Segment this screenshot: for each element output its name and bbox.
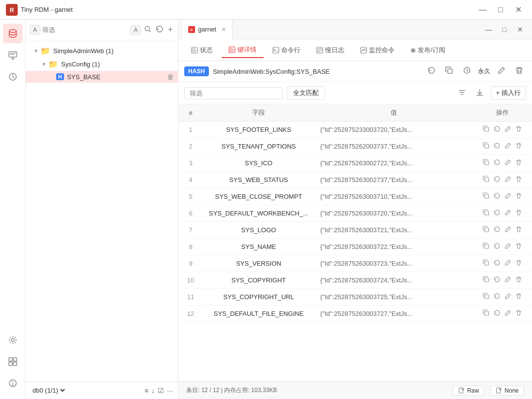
table-row: 7 SYS_LOGO {"Id":252875263003721,"ExtJs.… (178, 222, 532, 239)
edit-row-btn[interactable] (504, 309, 511, 318)
delete-row-btn[interactable] (515, 276, 522, 284)
tab-pubsub[interactable]: ◉ 发布/订阅 (403, 43, 452, 58)
tab-key-detail[interactable]: 键详情 (222, 42, 264, 58)
edit-row-btn[interactable] (504, 226, 511, 234)
close-button[interactable]: ✕ (510, 3, 526, 17)
copy-row-btn[interactable] (483, 192, 490, 201)
refresh-row-btn[interactable] (494, 192, 500, 201)
copy-row-btn[interactable] (483, 176, 490, 184)
tab-status[interactable]: 状态 (184, 43, 220, 58)
full-match-button[interactable]: 全文匹配 (287, 86, 325, 100)
none-button[interactable]: None (490, 386, 524, 396)
delete-row-btn[interactable] (515, 293, 522, 301)
refresh-icon[interactable] (155, 24, 165, 35)
minimize-button[interactable]: — (475, 3, 491, 17)
refresh-row-btn[interactable] (494, 209, 500, 217)
refresh-row-btn[interactable] (494, 176, 500, 184)
edit-row-btn[interactable] (504, 259, 511, 268)
edit-row-btn[interactable] (504, 192, 511, 201)
delete-row-btn[interactable] (515, 209, 522, 217)
delete-row-btn[interactable] (515, 259, 522, 268)
delete-row-btn[interactable] (515, 176, 522, 184)
refresh-row-btn[interactable] (494, 142, 500, 151)
tab-command[interactable]: 命令行 (266, 43, 307, 58)
refresh-row-btn[interactable] (494, 259, 500, 268)
tree-item-sys-base[interactable]: H SYS_BASE 🗑 (26, 71, 178, 83)
copy-row-btn[interactable] (483, 142, 490, 151)
minimize-window-btn[interactable]: — (481, 23, 497, 36)
delete-icon[interactable]: 🗑 (167, 73, 174, 81)
download-filter-icon[interactable] (473, 87, 487, 99)
edit-row-btn[interactable] (504, 142, 511, 151)
svg-point-5 (11, 338, 14, 341)
download-icon[interactable]: ↓ (151, 387, 155, 395)
delete-row-btn[interactable] (515, 226, 522, 234)
add-icon[interactable]: + (166, 24, 174, 36)
refresh-row-btn[interactable] (494, 243, 500, 251)
maximize-button[interactable]: □ (493, 3, 508, 17)
tab-garnet[interactable]: R garnet ✕ (182, 20, 233, 39)
refresh-row-btn[interactable] (494, 309, 500, 318)
copy-row-btn[interactable] (483, 209, 490, 217)
edit-ttl-btn[interactable] (495, 65, 508, 78)
copy-key-btn[interactable] (442, 65, 456, 78)
edit-row-btn[interactable] (504, 125, 511, 134)
db-selector[interactable]: db0 (1/1) (31, 386, 66, 395)
refresh-row-btn[interactable] (494, 125, 500, 134)
edit-row-btn[interactable] (504, 176, 511, 184)
copy-row-btn[interactable] (483, 125, 490, 134)
sidebar-icon-info[interactable] (3, 373, 23, 393)
delete-row-btn[interactable] (515, 142, 522, 151)
tab-slow-log[interactable]: 慢日志 (309, 43, 351, 58)
refresh-key-btn[interactable] (425, 65, 438, 78)
search-icon[interactable] (143, 24, 153, 35)
copy-row-btn[interactable] (483, 276, 490, 284)
copy-row-btn[interactable] (483, 243, 490, 251)
maximize-window-btn[interactable]: □ (497, 23, 512, 36)
edit-row-btn[interactable] (504, 293, 511, 301)
copy-row-btn[interactable] (483, 293, 490, 301)
copy-row-btn[interactable] (483, 226, 490, 234)
svg-rect-34 (459, 388, 463, 393)
cell-value: {"Id":252875263003723,"ExtJs... (314, 255, 473, 272)
sort-icon[interactable]: ≡ (144, 387, 148, 395)
insert-row-button[interactable]: + 插入行 (491, 86, 526, 100)
check-icon[interactable]: ☑ (158, 387, 164, 395)
sidebar-icon-history[interactable] (3, 67, 23, 87)
delete-row-btn[interactable] (515, 309, 522, 318)
edit-row-btn[interactable] (504, 243, 511, 251)
close-window-btn[interactable]: ✕ (512, 23, 528, 36)
sidebar-icon-grid[interactable] (3, 352, 23, 371)
sidebar-icon-settings[interactable] (3, 330, 23, 350)
edit-row-btn[interactable] (504, 276, 511, 284)
refresh-row-btn[interactable] (494, 276, 500, 284)
delete-row-btn[interactable] (515, 243, 522, 251)
refresh-row-btn[interactable] (494, 159, 500, 167)
delete-row-btn[interactable] (515, 159, 522, 167)
filter-input[interactable] (184, 87, 283, 99)
tree-item-sysconfig[interactable]: ▼ 📁 SysConfig (1) (26, 58, 178, 71)
status-right-actions: Raw None (453, 386, 524, 396)
search-input[interactable] (42, 26, 128, 33)
refresh-row-btn[interactable] (494, 226, 500, 234)
more-icon[interactable]: ··· (167, 387, 173, 395)
raw-button[interactable]: Raw (453, 386, 484, 396)
copy-row-btn[interactable] (483, 309, 490, 318)
edit-row-btn[interactable] (504, 159, 511, 167)
tab-slow-log-label: 慢日志 (325, 46, 344, 55)
clock-icon[interactable] (460, 65, 474, 78)
sort-filter-icon[interactable] (455, 87, 469, 99)
copy-row-btn[interactable] (483, 159, 490, 167)
sidebar-icon-database[interactable] (3, 24, 23, 43)
tab-monitor[interactable]: 监控命令 (353, 43, 401, 58)
delete-row-btn[interactable] (515, 192, 522, 201)
tree-item-simpleadminweb[interactable]: ▼ 📁 SimpleAdminWeb (1) (26, 44, 178, 58)
edit-row-btn[interactable] (504, 209, 511, 217)
delete-row-btn[interactable] (515, 125, 522, 134)
copy-row-btn[interactable] (483, 259, 490, 268)
refresh-row-btn[interactable] (494, 293, 500, 301)
delete-key-btn[interactable] (512, 65, 526, 78)
tab-close-icon[interactable]: ✕ (221, 26, 226, 33)
sidebar-icon-monitor[interactable] (3, 45, 23, 65)
key-path: SimpleAdminWeb:SysConfig:SYS_BASE (213, 68, 421, 75)
